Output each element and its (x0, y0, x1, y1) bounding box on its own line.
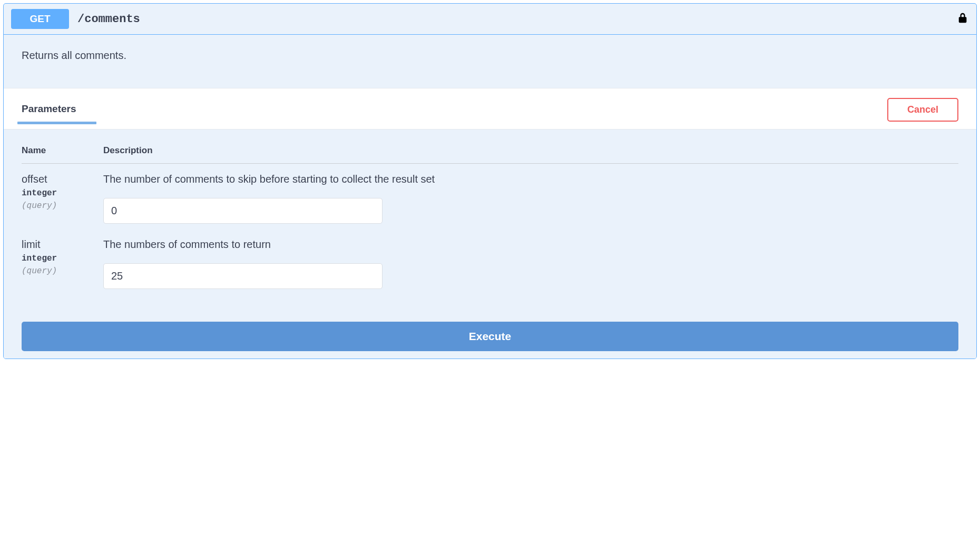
param-description: The numbers of comments to return (103, 238, 958, 251)
operation-description-section: Returns all comments. (4, 35, 976, 88)
param-name: limit (22, 238, 103, 251)
param-name: offset (22, 173, 103, 185)
param-description: The number of comments to skip before st… (103, 173, 958, 185)
param-type: integer (22, 188, 103, 198)
cancel-button[interactable]: Cancel (887, 98, 958, 122)
param-type: integer (22, 254, 103, 263)
parameters-table: Name Description offset integer (query) … (22, 145, 958, 294)
column-header-description: Description (103, 145, 958, 164)
param-in: (query) (22, 201, 103, 211)
param-offset-input[interactable] (103, 198, 383, 224)
parameter-row: limit integer (query) The numbers of com… (22, 229, 958, 294)
execute-section: Execute (4, 307, 976, 359)
parameters-header: Parameters Cancel (4, 88, 976, 130)
operation-description: Returns all comments. (22, 49, 958, 62)
parameters-tab-label: Parameters (22, 103, 76, 114)
parameter-row: offset integer (query) The number of com… (22, 164, 958, 230)
lock-icon[interactable] (957, 12, 969, 26)
operation-block: GET /comments Returns all comments. Para… (3, 3, 977, 359)
tab-parameters[interactable]: Parameters (22, 103, 76, 124)
parameters-body: Name Description offset integer (query) … (4, 130, 976, 307)
operation-path: /comments (77, 13, 957, 26)
param-in: (query) (22, 266, 103, 276)
param-limit-input[interactable] (103, 263, 383, 289)
column-header-name: Name (22, 145, 103, 164)
execute-button[interactable]: Execute (22, 322, 958, 351)
operation-summary[interactable]: GET /comments (4, 4, 976, 35)
method-badge: GET (11, 9, 69, 29)
